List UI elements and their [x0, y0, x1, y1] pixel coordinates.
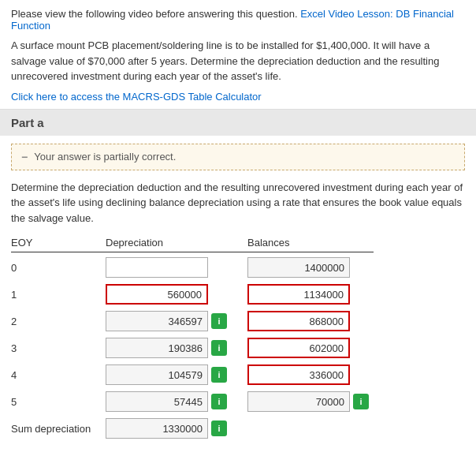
col-bal-header: Balances — [247, 237, 374, 252]
eoy-label: 1 — [11, 289, 106, 301]
table-row: 2 i — [11, 311, 465, 331]
eoy-label: 3 — [11, 342, 106, 354]
table-row: 3 i — [11, 338, 465, 358]
bal-wrap-2 — [247, 311, 374, 331]
macrs-link[interactable]: Click here to access the MACRS-GDS Table… — [11, 91, 262, 103]
dep-wrap-5: i — [106, 391, 247, 412]
bal-wrap-4 — [247, 364, 374, 385]
dep-wrap-4: i — [106, 364, 247, 385]
description-text: A surface mount PCB placement/soldering … — [11, 38, 465, 84]
dep-info-btn-4[interactable]: i — [211, 367, 227, 383]
col-dep-header: Depreciation — [106, 237, 247, 252]
dep-input-1[interactable] — [106, 284, 208, 305]
sum-label: Sum depreciation — [11, 423, 106, 435]
bal-input-1[interactable] — [247, 284, 350, 305]
bal-input-3[interactable] — [247, 338, 350, 358]
dep-wrap-0 — [106, 257, 247, 278]
eoy-label: 5 — [11, 396, 106, 408]
dep-wrap-2: i — [106, 311, 247, 331]
bal-wrap-3 — [247, 338, 374, 358]
bal-input-2[interactable] — [247, 311, 350, 331]
dep-wrap-1 — [106, 284, 247, 305]
intro-text: Please view the following video before a… — [11, 8, 465, 32]
dep-info-btn-2[interactable]: i — [211, 313, 227, 329]
dep-input-5[interactable] — [106, 391, 208, 412]
bal-info-btn-5[interactable]: i — [353, 394, 369, 409]
bal-input-5[interactable] — [247, 391, 350, 412]
eoy-label: 4 — [11, 369, 106, 381]
bal-input-0[interactable] — [247, 257, 350, 278]
table-row: 0 — [11, 257, 465, 278]
partial-correct-box: − Your answer is partially correct. — [11, 144, 465, 170]
bal-input-4[interactable] — [247, 364, 350, 385]
dep-input-2[interactable] — [106, 311, 208, 331]
instruction-text: Determine the depreciation deduction and… — [11, 180, 465, 226]
part-header: Part a — [0, 110, 476, 136]
dep-info-btn-5[interactable]: i — [211, 394, 227, 409]
eoy-label: 0 — [11, 262, 106, 274]
dep-info-btn-3[interactable]: i — [211, 340, 227, 356]
table-area: EOY Depreciation Balances 0 1 — [11, 237, 465, 439]
sum-wrap: i — [106, 418, 247, 439]
table-row: 5 i i — [11, 391, 465, 412]
minus-icon: − — [21, 151, 28, 163]
table-row: 4 i — [11, 364, 465, 385]
partial-correct-text: Your answer is partially correct. — [34, 151, 176, 163]
sum-info-btn[interactable]: i — [211, 420, 227, 436]
top-section: Please view the following video before a… — [0, 0, 476, 110]
col-eoy-header: EOY — [11, 237, 106, 252]
bal-wrap-1 — [247, 284, 374, 305]
sum-input[interactable] — [106, 418, 208, 439]
eoy-label: 2 — [11, 316, 106, 327]
dep-input-0[interactable] — [106, 257, 208, 278]
table-header-row: EOY Depreciation Balances — [11, 237, 465, 252]
main-content: − Your answer is partially correct. Dete… — [0, 136, 476, 457]
dep-input-3[interactable] — [106, 338, 208, 358]
dep-wrap-3: i — [106, 338, 247, 358]
table-row: 1 — [11, 284, 465, 305]
bal-wrap-5: i — [247, 391, 374, 412]
sum-row: Sum depreciation i — [11, 418, 465, 439]
bal-wrap-0 — [247, 257, 374, 278]
dep-input-4[interactable] — [106, 364, 208, 385]
